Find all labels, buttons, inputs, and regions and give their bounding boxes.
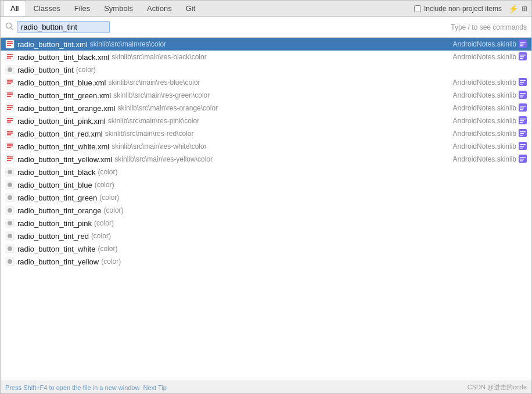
module-text: AndroidNotes.skinlib: [453, 91, 519, 99]
list-item[interactable]: radio_button_tint_blue.xml skinlib\src\m…: [1, 76, 531, 89]
xml-file-icon: [5, 129, 15, 138]
svg-rect-28: [520, 84, 523, 85]
svg-rect-22: [7, 80, 13, 81]
tab-symbols[interactable]: Symbols: [97, 1, 140, 16]
list-item[interactable]: radio_button_tint_red.xml skinlib\src\ma…: [1, 127, 531, 140]
list-item[interactable]: radio_button_tint_white (color): [1, 242, 531, 255]
svg-rect-44: [520, 109, 523, 110]
item-name: radio_button_tint_pink.xml: [17, 117, 106, 126]
svg-rect-70: [7, 156, 13, 157]
svg-rect-9: [520, 45, 523, 46]
xml-file-icon: [5, 91, 15, 100]
item-name: radio_button_tint_orange.xml: [17, 104, 115, 113]
list-item[interactable]: radio_button_tint_green (color): [1, 191, 531, 204]
item-name: radio_button_tint_blue: [17, 181, 92, 189]
list-item[interactable]: radio_button_tint_pink.xml skinlib\src\m…: [1, 114, 531, 127]
item-name: radio_button_tint_white.xml: [17, 142, 109, 151]
list-item[interactable]: radio_button_tint_orange.xml skinlib\src…: [1, 102, 531, 114]
tab-bar: All Classes Files Symbols Actions Git In…: [1, 1, 531, 17]
item-name: radio_button_tint_blue.xml: [17, 78, 106, 87]
item-name: radio_button_tint_white: [17, 245, 95, 253]
svg-rect-26: [520, 80, 526, 81]
list-item[interactable]: radio_button_tint_black.xml skinlib\src\…: [1, 51, 531, 63]
xml-file-icon: [5, 142, 15, 151]
list-item[interactable]: radio_button_tint_yellow (color): [1, 255, 531, 268]
xml-file-icon: [5, 52, 15, 62]
color-resource-icon: [5, 244, 15, 253]
module-text: AndroidNotes.skinlib: [453, 155, 519, 163]
next-tip-link[interactable]: Next Tip: [143, 384, 166, 391]
list-item[interactable]: radio_button_tint_green.xml skinlib\src\…: [1, 89, 531, 102]
svg-rect-39: [7, 107, 13, 108]
svg-point-79: [9, 171, 12, 174]
tab-git[interactable]: Git: [179, 1, 203, 16]
xml-file-icon: [5, 116, 15, 126]
svg-rect-34: [520, 93, 526, 94]
svg-rect-40: [7, 109, 11, 110]
item-name: radio_button_tint_green.xml: [17, 91, 111, 100]
list-item[interactable]: radio_button_tint.xml skinlib\src\main\r…: [1, 38, 531, 51]
list-item[interactable]: radio_button_tint_blue (color): [1, 178, 531, 191]
module-text: AndroidNotes.skinlib: [453, 78, 519, 87]
list-item[interactable]: radio_button_tint_red (color): [1, 230, 531, 242]
expand-icon[interactable]: ⊞: [520, 5, 529, 13]
search-icon: [5, 22, 13, 32]
include-non-project-checkbox[interactable]: [414, 5, 421, 12]
tab-files[interactable]: Files: [67, 1, 97, 16]
svg-rect-11: [7, 54, 13, 55]
svg-rect-17: [520, 58, 523, 59]
svg-rect-32: [7, 96, 11, 97]
svg-rect-68: [520, 148, 523, 149]
list-item[interactable]: radio_button_tint (color): [1, 63, 531, 76]
include-non-project-label[interactable]: Include non-project items: [414, 5, 502, 13]
module-icon: [519, 52, 527, 62]
search-input[interactable]: [17, 21, 110, 33]
module-icon: [519, 116, 527, 126]
svg-rect-52: [520, 122, 523, 123]
list-item[interactable]: radio_button_tint_black (color): [1, 166, 531, 178]
tab-classes[interactable]: Classes: [26, 1, 67, 16]
module-text: AndroidNotes.skinlib: [453, 104, 519, 112]
svg-line-1: [11, 28, 13, 30]
svg-rect-66: [520, 144, 526, 145]
item-path: (color): [99, 194, 119, 202]
module-icon: [519, 155, 527, 164]
module-icon: [519, 142, 527, 152]
list-item[interactable]: radio_button_tint_white.xml skinlib\src\…: [1, 140, 531, 153]
module-icon: [519, 103, 527, 113]
list-item[interactable]: radio_button_tint_orange (color): [1, 204, 531, 217]
module-text: AndroidNotes.skinlib: [453, 117, 519, 125]
svg-rect-38: [7, 105, 13, 106]
svg-point-97: [9, 248, 12, 250]
tab-actions[interactable]: Actions: [140, 1, 179, 16]
svg-rect-60: [520, 135, 523, 136]
search-hint: Type / to see commands: [451, 23, 527, 31]
item-name: radio_button_tint_yellow.xml: [17, 155, 112, 164]
item-path: skinlib\src\main\res-black\color: [112, 53, 206, 61]
list-item[interactable]: radio_button_tint_pink (color): [1, 217, 531, 230]
svg-rect-62: [7, 144, 13, 145]
status-bar-right: CSDN @进击的code: [468, 383, 527, 392]
color-resource-icon: [5, 257, 15, 266]
svg-rect-47: [7, 120, 13, 121]
svg-rect-27: [520, 82, 524, 83]
filter-icon[interactable]: ⚡: [506, 4, 520, 13]
tab-all[interactable]: All: [3, 1, 26, 16]
color-resource-icon: [5, 180, 15, 189]
item-name: radio_button_tint: [17, 66, 74, 74]
list-item[interactable]: radio_button_tint_yellow.xml skinlib\src…: [1, 153, 531, 166]
svg-rect-76: [520, 160, 523, 162]
module-icon: [519, 40, 527, 49]
item-path: (color): [104, 206, 124, 214]
item-path: skinlib\src\main\res-red\color: [105, 130, 194, 138]
item-path: skinlib\src\main\res-blue\color: [109, 78, 200, 87]
svg-point-88: [9, 209, 12, 212]
item-name: radio_button_tint_yellow: [17, 257, 99, 266]
status-tip-text: Press Shift+F4 to open the file in a new…: [5, 384, 139, 391]
svg-rect-4: [7, 43, 13, 44]
status-bar: Press Shift+F4 to open the file in a new…: [1, 381, 531, 393]
include-non-project-text: Include non-project items: [424, 5, 502, 13]
color-resource-icon: [5, 167, 15, 177]
color-resource-icon: [5, 65, 15, 74]
xml-file-icon: [5, 40, 15, 49]
